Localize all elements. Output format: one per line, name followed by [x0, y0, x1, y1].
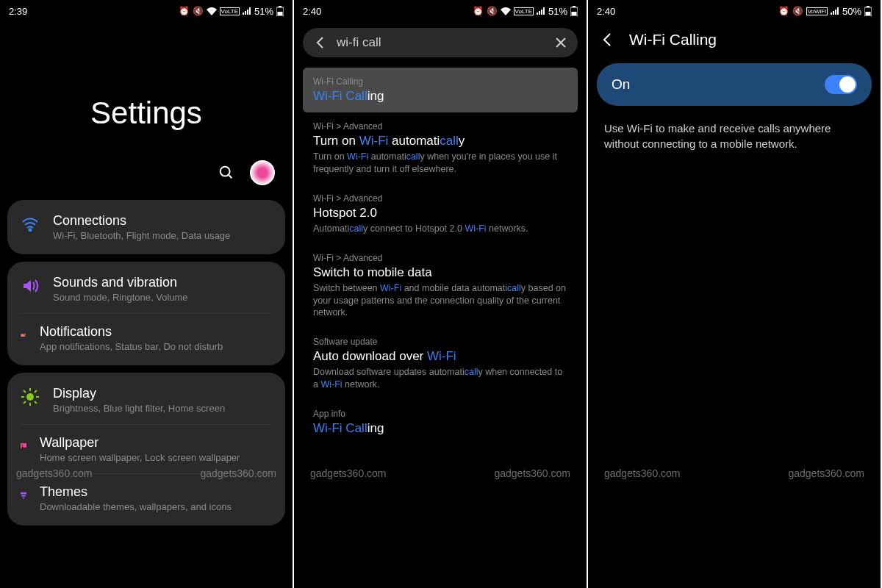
alarm-icon: ⏰	[778, 6, 789, 16]
battery-text: 51%	[254, 6, 273, 17]
result-title: Switch to mobile data	[313, 265, 567, 280]
settings-group-connections: Connections Wi-Fi, Bluetooth, Flight mod…	[7, 200, 285, 254]
item-subtitle: Brightness, Blue light filter, Home scre…	[53, 403, 272, 414]
svg-line-15	[24, 401, 26, 404]
search-input[interactable]: wi-fi call	[337, 35, 545, 50]
status-bar: 2:40 ⏰ 🔇 VoLTE 51%	[294, 0, 587, 22]
wifi-calling-toggle-card[interactable]: On	[597, 63, 872, 106]
status-indicators: ⏰ 🔇 VoLTE 51%	[473, 6, 578, 17]
volte-icon: VoLTE	[514, 7, 534, 15]
watermark: gadgets360.comgadgets360.com	[294, 467, 587, 479]
result-wifi-calling[interactable]: Wi-Fi Calling Wi-Fi Calling	[303, 68, 578, 112]
wifi-calling-panel: 2:40 ⏰ 🔇 VoWiFi 50% Wi-Fi Calling On Use…	[588, 0, 882, 588]
result-description: Automatically connect to Hotspot 2.0 Wi-…	[313, 223, 567, 235]
status-indicators: ⏰ 🔇 VoLTE 51%	[179, 6, 284, 17]
themes-icon	[7, 486, 26, 505]
wifi-icon	[207, 7, 217, 15]
svg-rect-27	[866, 12, 871, 15]
settings-item-wallpaper[interactable]: Wallpaper Home screen wallpaper, Lock sc…	[21, 424, 272, 473]
item-subtitle: App notifications, Status bar, Do not di…	[40, 341, 272, 352]
volte-icon: VoLTE	[220, 7, 240, 15]
item-title: Themes	[40, 484, 272, 500]
status-bar: 2:39 ⏰ 🔇 VoLTE 51%	[0, 0, 293, 22]
signal-icon	[243, 7, 251, 15]
profile-avatar[interactable]	[250, 160, 275, 185]
status-time: 2:40	[303, 6, 321, 17]
toggle-switch[interactable]	[825, 75, 857, 94]
svg-rect-1	[279, 6, 282, 7]
result-path: Wi-Fi > Advanced	[313, 253, 567, 263]
wifi-icon	[501, 7, 511, 15]
item-title: Notifications	[40, 324, 272, 340]
result-wifi-auto[interactable]: Wi-Fi > Advanced Turn on Wi-Fi automatic…	[303, 112, 578, 184]
status-indicators: ⏰ 🔇 VoWiFi 50%	[778, 6, 872, 17]
svg-line-13	[24, 390, 26, 392]
signal-icon	[537, 7, 545, 15]
result-app-info[interactable]: App info Wi-Fi Calling	[303, 400, 578, 445]
svg-rect-24	[572, 12, 577, 15]
battery-text: 51%	[548, 6, 567, 17]
settings-item-themes[interactable]: Themes Downloadable themes, wallpapers, …	[21, 473, 272, 523]
item-title: Wallpaper	[40, 435, 272, 451]
item-subtitle: Home screen wallpaper, Lock screen wallp…	[40, 452, 272, 463]
settings-item-sounds[interactable]: Sounds and vibration Sound mode, Rington…	[7, 265, 285, 313]
status-time: 2:40	[597, 6, 615, 17]
mute-icon: 🔇	[193, 6, 204, 16]
settings-group-display: Display Brightness, Blue light filter, H…	[7, 373, 285, 526]
result-title: Wi-Fi Calling	[313, 421, 567, 436]
svg-rect-2	[278, 12, 283, 15]
header-actions	[0, 160, 293, 200]
svg-line-4	[229, 175, 232, 179]
result-hotspot[interactable]: Wi-Fi > Advanced Hotspot 2.0 Automatical…	[303, 184, 578, 244]
settings-group-device: Sounds and vibration Sound mode, Rington…	[7, 262, 285, 365]
svg-line-14	[35, 401, 37, 404]
back-icon[interactable]	[313, 35, 328, 50]
svg-point-3	[220, 167, 230, 176]
settings-item-display[interactable]: Display Brightness, Blue light filter, H…	[7, 376, 285, 424]
page-title: Wi-Fi Calling	[629, 31, 717, 49]
page-title: Settings	[0, 96, 293, 131]
feature-description: Use Wi-Fi to make and receive calls anyw…	[588, 112, 881, 160]
clear-icon[interactable]	[554, 36, 567, 49]
result-path: Wi-Fi Calling	[313, 76, 567, 87]
alarm-icon: ⏰	[473, 6, 484, 16]
result-mobile-data[interactable]: Wi-Fi > Advanced Switch to mobile data S…	[303, 244, 578, 329]
settings-item-notifications[interactable]: Notifications App notifications, Status …	[21, 313, 272, 362]
result-description: Download software updates automatically …	[313, 366, 567, 391]
svg-rect-23	[573, 6, 576, 7]
search-button[interactable]	[215, 161, 238, 184]
battery-icon	[864, 6, 872, 16]
mute-icon: 🔇	[792, 6, 803, 16]
settings-item-connections[interactable]: Connections Wi-Fi, Bluetooth, Flight mod…	[7, 203, 285, 251]
search-bar[interactable]: wi-fi call	[303, 28, 578, 57]
item-subtitle: Wi-Fi, Bluetooth, Flight mode, Data usag…	[53, 230, 272, 241]
item-subtitle: Downloadable themes, wallpapers, and ico…	[40, 501, 272, 512]
svg-point-18	[22, 445, 24, 446]
result-description: Switch between Wi-Fi and mobile data aut…	[313, 282, 567, 320]
item-title: Display	[53, 386, 272, 401]
settings-list: Connections Wi-Fi, Bluetooth, Flight mod…	[0, 200, 293, 526]
svg-rect-20	[21, 495, 25, 497]
settings-root-panel: 2:39 ⏰ 🔇 VoLTE 51% Settings	[0, 0, 294, 588]
wallpaper-icon	[7, 437, 26, 456]
status-bar: 2:40 ⏰ 🔇 VoWiFi 50%	[588, 0, 881, 22]
battery-icon	[276, 6, 284, 16]
page-header: Wi-Fi Calling	[588, 22, 881, 57]
battery-text: 50%	[842, 6, 861, 17]
svg-point-5	[29, 229, 32, 232]
svg-line-16	[35, 390, 37, 392]
settings-hero: Settings	[0, 22, 293, 160]
svg-rect-19	[21, 492, 26, 495]
vowifi-icon: VoWiFi	[806, 7, 828, 15]
result-auto-download[interactable]: Software update Auto download over Wi-Fi…	[303, 328, 578, 400]
result-description: Turn on Wi-Fi automatically when you're …	[313, 151, 567, 176]
sound-icon	[21, 276, 40, 295]
result-path: Wi-Fi > Advanced	[313, 193, 567, 204]
search-results: Wi-Fi Calling Wi-Fi Calling Wi-Fi > Adva…	[294, 63, 587, 449]
back-button[interactable]	[600, 32, 616, 48]
result-title: Wi-Fi Calling	[313, 89, 567, 104]
mute-icon: 🔇	[487, 6, 498, 16]
result-title: Turn on Wi-Fi automatically	[313, 134, 567, 148]
item-subtitle: Sound mode, Ringtone, Volume	[53, 292, 272, 303]
signal-icon	[831, 7, 839, 15]
